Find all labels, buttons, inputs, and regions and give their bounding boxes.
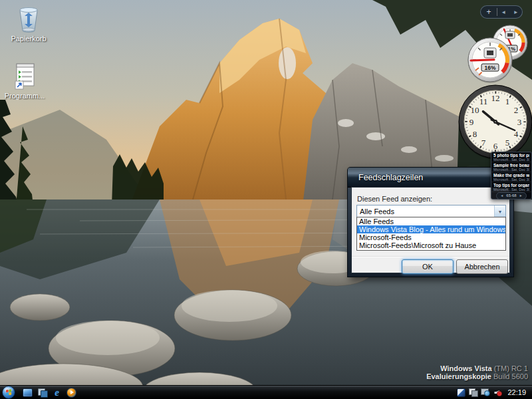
recycle-bin-shortcut[interactable]: Papierkorb bbox=[4, 4, 53, 43]
watermark-line2: Evaluierungskopie Build 5600 bbox=[426, 372, 528, 380]
feed-item-source: Microsoft... bbox=[493, 178, 511, 182]
start-button[interactable] bbox=[0, 386, 17, 399]
watermark-product: Windows Vista bbox=[440, 364, 491, 372]
show-desktop-icon[interactable] bbox=[23, 388, 33, 397]
svg-text:9: 9 bbox=[469, 117, 474, 127]
dialog-client-area: Diesen Feed anzeigen: Alle Feeds ▼ Alle … bbox=[351, 187, 510, 273]
cancel-button[interactable]: Abbrechen bbox=[456, 259, 508, 274]
media-player-icon[interactable] bbox=[66, 388, 76, 397]
program-shortcut-label: Programm... bbox=[0, 92, 49, 100]
svg-text:12: 12 bbox=[491, 93, 500, 103]
clock-gadget[interactable]: 12 1 2 3 4 5 6 7 8 9 10 11 bbox=[458, 84, 532, 160]
svg-text:2: 2 bbox=[514, 105, 519, 115]
internet-explorer-icon[interactable]: e bbox=[52, 388, 62, 397]
recycle-bin-label: Papierkorb bbox=[4, 35, 53, 43]
feed-item-title: 5 photo tips for prese... bbox=[493, 153, 529, 158]
feed-item-source: Microsoft... bbox=[493, 158, 511, 162]
feed-option-microsoft-zu-hause[interactable]: Microsoft-Feeds\Microsoft zu Hause bbox=[357, 241, 505, 249]
feed-prev-icon[interactable]: ◄ bbox=[500, 193, 503, 199]
svg-text:7: 7 bbox=[481, 138, 486, 148]
feed-combobox-value: Alle Feeds bbox=[357, 205, 494, 217]
sidebar-tray-icon[interactable] bbox=[457, 388, 466, 397]
desktop: Papierkorb Programm... Windows Vista (TM… bbox=[0, 0, 532, 399]
feed-item-title: Sample free beauty p... bbox=[493, 163, 529, 168]
feed-item-source: Microsoft... bbox=[493, 188, 511, 192]
program-shortcut[interactable]: Programm... bbox=[0, 61, 49, 100]
cpu-gauge: 16% bbox=[468, 38, 513, 83]
feed-option-windows-vista-blog[interactable]: Windows Vista Blog - Alles rund um Windo… bbox=[357, 225, 505, 233]
feed-select-label: Diesen Feed anzeigen: bbox=[357, 195, 432, 203]
watermark-line1: Windows Vista (TM) RC 1 bbox=[426, 364, 528, 372]
volume-muted-icon[interactable] bbox=[493, 388, 502, 396]
network-tray-icon[interactable] bbox=[481, 388, 490, 396]
svg-text:10: 10 bbox=[471, 105, 479, 115]
feed-item-date: Sat, Dec 30 bbox=[511, 188, 529, 192]
taskbar: e 22:19 bbox=[0, 385, 532, 399]
feed-dropdown-list: Alle Feeds Windows Vista Blog - Alles ru… bbox=[356, 217, 506, 251]
feed-item-title: Make the grade with ... bbox=[493, 173, 529, 178]
ram-chip-icon bbox=[507, 33, 513, 37]
cpu-meter-gadget[interactable]: 41% 16% bbox=[466, 20, 532, 83]
feed-option-microsoft-feeds[interactable]: Microsoft-Feeds bbox=[357, 233, 505, 241]
gadgets-tray-icon[interactable] bbox=[469, 388, 477, 396]
recycle-bin-icon bbox=[15, 4, 43, 33]
cpu-usage-value: 16% bbox=[484, 65, 495, 71]
feed-item-title: Top tips for organizin... bbox=[493, 183, 529, 188]
cpu-chip-icon bbox=[487, 51, 493, 55]
svg-text:1: 1 bbox=[505, 96, 510, 106]
feed-headline-item[interactable]: Sample free beauty p... Microsoft...Sat,… bbox=[491, 162, 531, 172]
taskbar-clock[interactable]: 22:19 bbox=[505, 388, 529, 396]
previous-page-button[interactable]: ◄ bbox=[497, 9, 510, 15]
svg-text:5: 5 bbox=[505, 138, 510, 148]
feed-combobox[interactable]: Alle Feeds ▼ bbox=[356, 205, 506, 218]
svg-text:8: 8 bbox=[473, 129, 477, 139]
program-list-icon bbox=[11, 61, 39, 90]
feed-item-date: Sat, Dec 30 bbox=[511, 158, 529, 162]
system-tray: 22:19 bbox=[457, 388, 532, 397]
watermark-copy: Evaluierungskopie bbox=[426, 372, 491, 380]
add-gadget-button[interactable]: + bbox=[481, 7, 497, 17]
build-watermark: Windows Vista (TM) RC 1 Evaluierungskopi… bbox=[426, 364, 528, 380]
svg-text:3: 3 bbox=[517, 117, 522, 127]
feed-pager: ◄ 65-68 ► bbox=[491, 192, 531, 200]
switch-windows-icon[interactable] bbox=[37, 388, 47, 397]
feed-item-date: Sat, Dec 30 bbox=[511, 168, 529, 172]
feed-item-source: Microsoft... bbox=[493, 168, 511, 172]
button-separator bbox=[352, 256, 509, 257]
next-page-button[interactable]: ► bbox=[510, 9, 523, 15]
feed-headlines-dialog: Feedschlagzeilen Diesen Feed anzeigen: A… bbox=[348, 168, 513, 277]
feed-option-alle-feeds[interactable]: Alle Feeds bbox=[357, 217, 505, 225]
feed-next-icon[interactable]: ► bbox=[519, 193, 523, 199]
windows-logo-icon bbox=[2, 386, 15, 399]
dialog-titlebar[interactable]: Feedschlagzeilen bbox=[348, 168, 513, 188]
feed-headline-item[interactable]: Top tips for organizin... Microsoft...Sa… bbox=[491, 182, 531, 192]
svg-text:6: 6 bbox=[493, 141, 498, 151]
watermark-build: Build 5600 bbox=[491, 372, 528, 380]
quick-launch-bar: e bbox=[23, 388, 76, 397]
feed-headline-item[interactable]: 5 photo tips for prese... Microsoft...Sa… bbox=[491, 152, 531, 162]
feed-page-range: 65-68 bbox=[506, 193, 516, 199]
chevron-down-icon[interactable]: ▼ bbox=[494, 205, 505, 217]
sidebar-gadget-controls: + ◄ ► bbox=[480, 5, 523, 19]
cpu-needle bbox=[471, 60, 494, 61]
svg-text:11: 11 bbox=[479, 96, 488, 106]
feed-item-date: Sat, Dec 30 bbox=[511, 178, 529, 182]
dialog-title: Feedschlagzeilen bbox=[358, 173, 423, 182]
feed-headlines-gadget[interactable]: 5 photo tips for prese... Microsoft...Sa… bbox=[491, 152, 532, 200]
feed-headline-item[interactable]: Make the grade with ... Microsoft...Sat,… bbox=[491, 172, 531, 182]
ok-button[interactable]: OK bbox=[402, 259, 454, 274]
watermark-trademark: (TM) RC 1 bbox=[492, 364, 528, 372]
